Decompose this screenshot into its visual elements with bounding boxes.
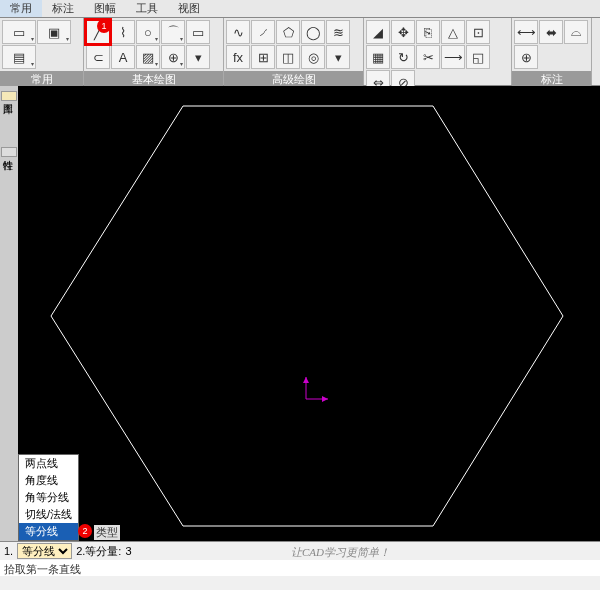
polygon-icon[interactable]: ⬠ bbox=[276, 20, 300, 44]
centerline-icon[interactable]: ⊕▾ bbox=[161, 45, 185, 69]
command-area: 让CAD学习更简单！ 1. 等分线 2.等分量: 3 拾取第一条直线 bbox=[0, 541, 600, 590]
hatch-icon[interactable]: ▨▾ bbox=[136, 45, 160, 69]
ribbon-panel-dim: ⟷ ⬌ ⌓ ⊕ 标注 bbox=[512, 18, 592, 85]
dim-arc-icon[interactable]: ⌓ bbox=[564, 20, 588, 44]
ribbon: ▭▾ ▣▾ ▤▾ 常用 ╱1 ⌇ ○▾ ⌒▾ ▭ ⊂ A ▨▾ ⊕▾ ▾ 基本绘… bbox=[0, 18, 600, 86]
menu-item-divide-line[interactable]: 等分线 bbox=[19, 523, 78, 540]
line-icon[interactable]: ╱1 bbox=[86, 20, 110, 44]
open-icon[interactable]: ▣▾ bbox=[37, 20, 71, 44]
ellipse-icon[interactable]: ◯ bbox=[301, 20, 325, 44]
block-icon[interactable]: ◫ bbox=[276, 45, 300, 69]
polyline-icon[interactable]: ⟋ bbox=[251, 20, 275, 44]
ribbon-panel-basic-draw: ╱1 ⌇ ○▾ ⌒▾ ▭ ⊂ A ▨▾ ⊕▾ ▾ 基本绘图 bbox=[84, 18, 224, 85]
ribbon-panel-adv-draw: ∿ ⟋ ⬠ ◯ ≋ fx ⊞ ◫ ◎ ▾ 高级绘图 bbox=[224, 18, 364, 85]
menu-item-view[interactable]: 视图 bbox=[168, 0, 210, 17]
move-icon[interactable]: ✥ bbox=[391, 20, 415, 44]
prompt1-prefix: 1. bbox=[4, 545, 13, 557]
text-icon[interactable]: A bbox=[111, 45, 135, 69]
hexagon-shape bbox=[23, 96, 583, 541]
menu-item-tools[interactable]: 工具 bbox=[126, 0, 168, 17]
dim-align-icon[interactable]: ⬌ bbox=[539, 20, 563, 44]
menu-item-bisector[interactable]: 角等分线 bbox=[19, 489, 78, 506]
callout-badge-2: 2 bbox=[78, 524, 92, 538]
menu-suffix-label: 类型 bbox=[94, 525, 120, 540]
ribbon-panel-modify: ◢ ✥ ⎘ △ ⊡ ▦ ↻ ✂ ⟶ ◱ ⇔ ⊘ 修改 bbox=[364, 18, 512, 85]
prompt2-value: 3 bbox=[125, 545, 131, 557]
workspace: 图库 特性 两点线 角度线 角等分线 切线/法线 等分线 2 类型 bbox=[0, 86, 600, 541]
svg-marker-2 bbox=[322, 396, 328, 402]
arc-icon[interactable]: ⌒▾ bbox=[161, 20, 185, 44]
array-icon[interactable]: ▦ bbox=[366, 45, 390, 69]
rect-icon[interactable]: ▭ bbox=[186, 20, 210, 44]
formula-icon[interactable]: fx bbox=[226, 45, 250, 69]
menu-item-angle-line[interactable]: 角度线 bbox=[19, 472, 78, 489]
status-prompt: 拾取第一条直线 bbox=[0, 560, 600, 576]
dim-linear-icon[interactable]: ⟷ bbox=[514, 20, 538, 44]
prompt2-label: 2.等分量: bbox=[76, 544, 121, 559]
copy-icon[interactable]: ⎘ bbox=[416, 20, 440, 44]
menu-item-annotate[interactable]: 标注 bbox=[42, 0, 84, 17]
fillet-icon[interactable]: ⊂ bbox=[86, 45, 110, 69]
menu-item-two-point[interactable]: 两点线 bbox=[19, 455, 78, 472]
basic-more-icon[interactable]: ▾ bbox=[186, 45, 210, 69]
offset-icon[interactable]: ⊡ bbox=[466, 20, 490, 44]
line-type-menu: 两点线 角度线 角等分线 切线/法线 等分线 bbox=[18, 454, 79, 541]
spline-icon[interactable]: ∿ bbox=[226, 20, 250, 44]
rail-tab-library[interactable]: 图库 bbox=[1, 91, 17, 101]
new-icon[interactable]: ▭▾ bbox=[2, 20, 36, 44]
pline-icon[interactable]: ⌇ bbox=[111, 20, 135, 44]
ucs-icon bbox=[298, 371, 338, 411]
trim-icon[interactable]: ✂ bbox=[416, 45, 440, 69]
rotate-icon[interactable]: ↻ bbox=[391, 45, 415, 69]
left-rail: 图库 特性 bbox=[0, 86, 18, 541]
line-type-select[interactable]: 等分线 bbox=[17, 543, 72, 559]
circle-icon[interactable]: ○▾ bbox=[136, 20, 160, 44]
drawing-canvas[interactable]: 两点线 角度线 角等分线 切线/法线 等分线 2 类型 bbox=[18, 86, 600, 541]
erase-icon[interactable]: ◢ bbox=[366, 20, 390, 44]
adv-more-icon[interactable]: ▾ bbox=[326, 45, 350, 69]
extend-icon[interactable]: ⟶ bbox=[441, 45, 465, 69]
svg-marker-0 bbox=[51, 106, 563, 526]
tol-icon[interactable]: ⊕ bbox=[514, 45, 538, 69]
watermark: 让CAD学习更简单！ bbox=[291, 545, 390, 560]
rail-tab-properties[interactable]: 特性 bbox=[1, 147, 17, 157]
scale-icon[interactable]: ◱ bbox=[466, 45, 490, 69]
menu-item-tangent[interactable]: 切线/法线 bbox=[19, 506, 78, 523]
save-icon[interactable]: ▤▾ bbox=[2, 45, 36, 69]
wave-icon[interactable]: ≋ bbox=[326, 20, 350, 44]
part-icon[interactable]: ⊞ bbox=[251, 45, 275, 69]
ribbon-panel-common: ▭▾ ▣▾ ▤▾ 常用 bbox=[0, 18, 84, 85]
menu-item-sheet[interactable]: 图幅 bbox=[84, 0, 126, 17]
menubar: 常用 标注 图幅 工具 视图 bbox=[0, 0, 600, 18]
svg-marker-4 bbox=[303, 377, 309, 383]
menu-item-common[interactable]: 常用 bbox=[0, 0, 42, 17]
callout-badge-1: 1 bbox=[97, 19, 111, 33]
hole-icon[interactable]: ◎ bbox=[301, 45, 325, 69]
mirror-icon[interactable]: △ bbox=[441, 20, 465, 44]
